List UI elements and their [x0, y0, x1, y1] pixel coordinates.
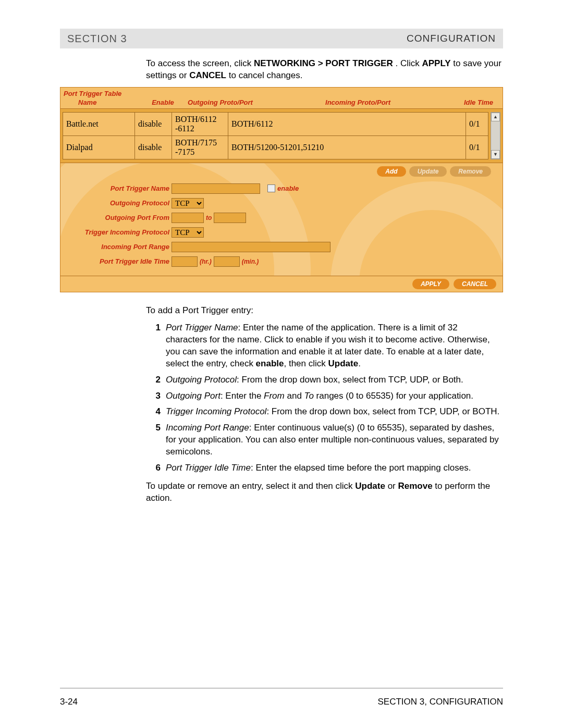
label-idle-time: Port Trigger Idle Time [68, 257, 172, 265]
label-incoming-protocol: Trigger Incoming Protocol [68, 228, 172, 236]
label-incoming-port-range: Incoming Port Range [68, 243, 172, 251]
text: . [358, 359, 361, 368]
port-trigger-panel: Port Trigger Table Name Enable Outgoing … [60, 87, 503, 292]
label-port-trigger-name: Port Trigger Name [68, 184, 172, 192]
vertical-scrollbar[interactable]: ▲ ▼ [491, 112, 500, 159]
item-number: 2 [146, 372, 166, 388]
cell-incoming: BOTH/51200-51201,51210 [228, 135, 466, 159]
idle-min-input[interactable] [214, 256, 240, 267]
text: or [385, 481, 398, 491]
idle-hr-input[interactable] [172, 256, 198, 267]
item-term: Port Trigger Idle Time [166, 463, 251, 473]
text-bold: Update [355, 481, 385, 491]
cell-incoming: BOTH/6112 [228, 112, 466, 135]
label-outgoing-port-from: Outgoing Port From [68, 214, 172, 221]
cell-name: Dialpad [63, 135, 135, 159]
footer-title: SECTION 3, CONFIGURATION [377, 697, 503, 707]
table-button-row: Add Update Remove [60, 163, 503, 182]
item-number: 5 [146, 420, 166, 460]
scroll-up-icon[interactable]: ▲ [491, 113, 500, 121]
list-item: 4 Trigger Incoming Protocol: From the dr… [146, 404, 503, 420]
text: , then click [284, 359, 328, 368]
enable-checkbox[interactable] [267, 184, 275, 192]
list-item: 3 Outgoing Port: Enter the From and To r… [146, 388, 503, 404]
col-header-outgoing: Outgoing Proto/Port [182, 98, 258, 106]
to-label: to [204, 214, 214, 221]
remove-button[interactable]: Remove [450, 166, 491, 177]
section-number: SECTION 3 [67, 33, 127, 45]
cell-outgoing: BOTH/6112 -6112 [172, 112, 228, 135]
label-outgoing-protocol: Outgoing Protocol [68, 199, 172, 207]
col-header-idle: Idle Time [458, 98, 499, 106]
port-trigger-name-input[interactable] [172, 183, 260, 194]
text-bold: Update [328, 359, 359, 368]
hr-unit: (hr.) [198, 258, 214, 265]
port-trigger-table: Battle.net disable BOTH/6112 -6112 BOTH/… [63, 112, 488, 159]
text: : From the drop down box, select from TC… [266, 406, 499, 416]
outgoing-protocol-select[interactable]: TCP [172, 198, 204, 208]
update-button[interactable]: Update [409, 166, 447, 177]
cell-idle: 0/1 [466, 135, 488, 159]
outgoing-port-to-input[interactable] [214, 213, 246, 223]
text: : Enter the [221, 391, 264, 401]
text-italic: From [264, 391, 285, 401]
cell-outgoing: BOTH/7175 -7175 [172, 135, 228, 159]
after-panel-intro: To add a Port Trigger entry: [146, 305, 503, 317]
col-header-incoming: Incoming Proto/Port [258, 98, 458, 106]
form-area: Port Trigger Name enable Outgoing Protoc… [60, 182, 503, 276]
item-term: Incoming Port Range [166, 423, 249, 433]
apply-button[interactable]: APPLY [412, 279, 449, 289]
item-number: 1 [146, 320, 166, 372]
text-bold: enable [256, 359, 284, 368]
table-row[interactable]: Dialpad disable BOTH/7175 -7175 BOTH/512… [63, 135, 488, 159]
item-term: Outgoing Protocol [166, 375, 237, 385]
cell-enable: disable [135, 112, 172, 135]
outgoing-port-from-input[interactable] [172, 213, 204, 223]
item-number: 3 [146, 388, 166, 404]
text: : Enter the elapsed time before the port… [251, 463, 471, 473]
incoming-port-range-input[interactable] [172, 242, 331, 252]
item-term: Port Trigger Name [166, 323, 238, 332]
section-title: CONFIGURATION [407, 33, 496, 44]
scroll-down-icon[interactable]: ▼ [491, 150, 500, 159]
table-header-row: Name Enable Outgoing Proto/Port Incoming… [60, 97, 503, 108]
instruction-list: 1 Port Trigger Name: Enter the name of t… [146, 320, 503, 476]
enable-checkbox-label: enable [277, 184, 299, 192]
page-footer: 3-24 SECTION 3, CONFIGURATION [60, 688, 503, 707]
incoming-protocol-select[interactable]: TCP [172, 227, 204, 238]
page-number: 3-24 [60, 697, 78, 707]
col-header-name: Name [64, 98, 143, 106]
text: ranges (0 to 65535) for your application… [314, 391, 473, 401]
item-number: 6 [146, 460, 166, 476]
text: To update or remove an entry, select it … [146, 481, 355, 491]
cancel-button[interactable]: CANCEL [454, 279, 496, 289]
list-item: 5 Incoming Port Range: Enter continuous … [146, 420, 503, 460]
text-bold: Remove [398, 481, 432, 491]
text-italic: To [304, 391, 314, 401]
text-bold: APPLY [422, 58, 450, 68]
text-bold: NETWORKING > PORT TRIGGER [254, 58, 393, 68]
col-header-enable: Enable [143, 98, 182, 106]
closing-paragraph: To update or remove an entry, select it … [146, 480, 503, 504]
item-term: Outgoing Port [166, 391, 221, 401]
table-row[interactable]: Battle.net disable BOTH/6112 -6112 BOTH/… [63, 112, 488, 135]
list-item: 6 Port Trigger Idle Time: Enter the elap… [146, 460, 503, 476]
item-term: Trigger Incoming Protocol [166, 406, 266, 416]
cell-idle: 0/1 [466, 112, 488, 135]
text: . Click [395, 58, 422, 68]
cell-enable: disable [135, 135, 172, 159]
list-item: 1 Port Trigger Name: Enter the name of t… [146, 320, 503, 372]
table-title: Port Trigger Table [60, 88, 503, 97]
panel-bottom-bar: APPLY CANCEL [60, 276, 503, 292]
add-button[interactable]: Add [377, 166, 406, 177]
cell-name: Battle.net [63, 112, 135, 135]
text: to cancel changes. [229, 70, 303, 80]
text: To access the screen, click [146, 58, 254, 68]
text-bold: CANCEL [189, 70, 226, 80]
text: : From the drop down box, select from TC… [237, 375, 463, 385]
item-number: 4 [146, 404, 166, 420]
min-unit: (min.) [240, 258, 261, 265]
table-scroll-area: Battle.net disable BOTH/6112 -6112 BOTH/… [60, 108, 503, 163]
text: and [285, 391, 304, 401]
intro-paragraph: To access the screen, click NETWORKING >… [146, 58, 503, 82]
